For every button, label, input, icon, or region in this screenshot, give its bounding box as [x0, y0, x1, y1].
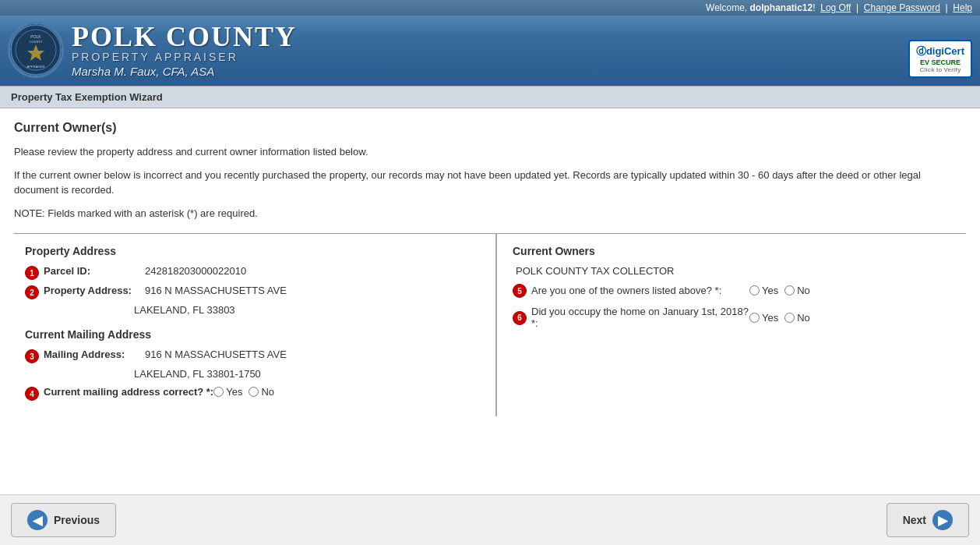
property-address-row: 2 Property Address: 916 N MASSACHUSETTS …	[25, 285, 485, 299]
digicert-icon: ⓓdigiCert EV SECURE Click to Verify	[916, 44, 964, 73]
logo-seal: POLK COUNTY APPRAISER	[10, 24, 62, 76]
q5-no-radio[interactable]	[784, 285, 795, 296]
header-title: POLK COUNTY PROPERTY APPRAISER Marsha M.…	[72, 23, 297, 78]
step-badge-3: 3	[25, 349, 39, 363]
q6-radio-group: Yes No	[749, 312, 810, 324]
intro-text-1: Please review the property address and c…	[14, 144, 966, 160]
q5-radio-group: Yes No	[749, 285, 810, 296]
q6-row: 6 Did you occupy the home on January 1st…	[513, 306, 950, 329]
mailing-line1: 916 N MASSACHUSETTS AVE	[145, 349, 485, 360]
change-password-link[interactable]: Change Password	[864, 2, 940, 13]
step-badge-4: 4	[25, 387, 39, 401]
note-text: NOTE: Fields marked with an asterisk (*)…	[14, 206, 966, 221]
owners-section-title: Current Owners	[513, 245, 950, 257]
mailing-correct-yes-label: Yes	[226, 386, 242, 398]
logo-area: POLK COUNTY APPRAISER POLK COUNTY PROPER…	[8, 22, 297, 78]
intro-text-2: If the current owner below is incorrect …	[14, 168, 966, 198]
two-column-layout: Property Address 1 Parcel ID: 2428182030…	[14, 233, 966, 416]
digicert-badge[interactable]: ⓓdigiCert EV SECURE Click to Verify	[908, 40, 972, 78]
top-bar: Welcome, dolphanatic12! Log Off | Change…	[0, 0, 980, 16]
step-badge-2: 2	[25, 285, 39, 299]
q5-yes-label: Yes	[762, 285, 778, 296]
q6-no-option[interactable]: No	[784, 312, 810, 324]
q5-yes-option[interactable]: Yes	[749, 285, 778, 296]
page-section-title: Current Owner(s)	[14, 121, 966, 135]
q5-no-option[interactable]: No	[784, 285, 810, 296]
main-content: Current Owner(s) Please review the prope…	[0, 108, 980, 494]
q6-yes-option[interactable]: Yes	[749, 312, 778, 324]
parcel-label: Parcel ID:	[44, 265, 145, 277]
parcel-row: 1 Parcel ID: 242818203000022010	[25, 265, 485, 280]
mailing-correct-no-option[interactable]: No	[249, 386, 274, 398]
mailing-correct-no-radio[interactable]	[249, 387, 259, 397]
mailing-correct-yes-radio[interactable]	[213, 387, 224, 397]
svg-text:COUNTY: COUNTY	[30, 40, 43, 44]
step-badge-1: 1	[25, 266, 39, 280]
owner-name: POLK COUNTY TAX COLLECTOR	[513, 265, 950, 277]
left-column: Property Address 1 Parcel ID: 2428182030…	[14, 234, 497, 416]
q6-label: Did you occupy the home on January 1st, …	[531, 306, 749, 329]
logo-circle: POLK COUNTY APPRAISER	[8, 22, 64, 78]
digi-name: ⓓdigiCert	[916, 44, 964, 58]
username: dolphanatic12	[750, 2, 813, 13]
appraiser-label: PROPERTY APPRAISER	[72, 51, 297, 63]
header: Welcome, dolphanatic12! Log Off | Change…	[0, 0, 980, 86]
step-badge-5: 5	[513, 284, 527, 298]
property-address-line1: 916 N MASSACHUSETTS AVE	[145, 285, 485, 296]
mailing-correct-label: Current mailing address correct? *:	[44, 386, 213, 398]
county-name: POLK COUNTY	[72, 23, 297, 51]
previous-button[interactable]: ◀ Previous	[11, 503, 116, 537]
parcel-value: 242818203000022010	[145, 265, 485, 277]
mailing-correct-yes-option[interactable]: Yes	[213, 386, 242, 398]
mailing-correct-row: 4 Current mailing address correct? *: Ye…	[25, 386, 485, 401]
q5-yes-radio[interactable]	[749, 285, 760, 296]
wizard-title: Property Tax Exemption Wizard	[11, 91, 163, 103]
click-verify-label: Click to Verify	[919, 66, 961, 73]
property-address-line2: LAKELAND, FL 33803	[134, 304, 485, 316]
footer: ◀ Previous Next ▶	[0, 494, 980, 545]
mailing-correct-no-label: No	[261, 386, 274, 398]
mailing-label: Mailing Address:	[44, 349, 145, 360]
help-link[interactable]: Help	[953, 2, 972, 13]
next-button[interactable]: Next ▶	[887, 503, 969, 537]
ev-secure-label: EV SECURE	[920, 58, 961, 66]
mailing-line2: LAKELAND, FL 33801-1750	[134, 368, 485, 380]
next-label: Next	[903, 514, 926, 526]
q5-no-label: No	[797, 285, 810, 296]
q5-label: Are you one of the owners listed above? …	[531, 285, 749, 296]
q6-yes-radio[interactable]	[749, 313, 760, 323]
property-section-title: Property Address	[25, 245, 485, 257]
right-column: Current Owners POLK COUNTY TAX COLLECTOR…	[497, 234, 966, 416]
next-arrow-icon: ▶	[932, 510, 953, 530]
wizard-title-bar: Property Tax Exemption Wizard	[0, 86, 980, 108]
q6-no-radio[interactable]	[784, 313, 795, 323]
previous-label: Previous	[54, 514, 100, 526]
mailing-correct-radio-group: Yes No	[213, 386, 274, 398]
welcome-text: Welcome,	[706, 2, 749, 13]
q6-yes-label: Yes	[762, 312, 778, 324]
log-off-link[interactable]: Log Off	[820, 2, 851, 13]
person-name: Marsha M. Faux, CFA, ASA	[72, 65, 297, 78]
mailing-section-title: Current Mailing Address	[25, 328, 485, 341]
svg-text:APPRAISER: APPRAISER	[27, 65, 45, 69]
mailing-address-row: 3 Mailing Address: 916 N MASSACHUSETTS A…	[25, 349, 485, 363]
mailing-section: Current Mailing Address 3 Mailing Addres…	[25, 328, 485, 401]
property-address-label: Property Address:	[44, 285, 145, 296]
q6-no-label: No	[797, 312, 810, 324]
step-badge-6: 6	[513, 311, 527, 325]
previous-arrow-icon: ◀	[27, 510, 48, 530]
svg-text:POLK: POLK	[30, 34, 41, 39]
q5-row: 5 Are you one of the owners listed above…	[513, 283, 950, 298]
